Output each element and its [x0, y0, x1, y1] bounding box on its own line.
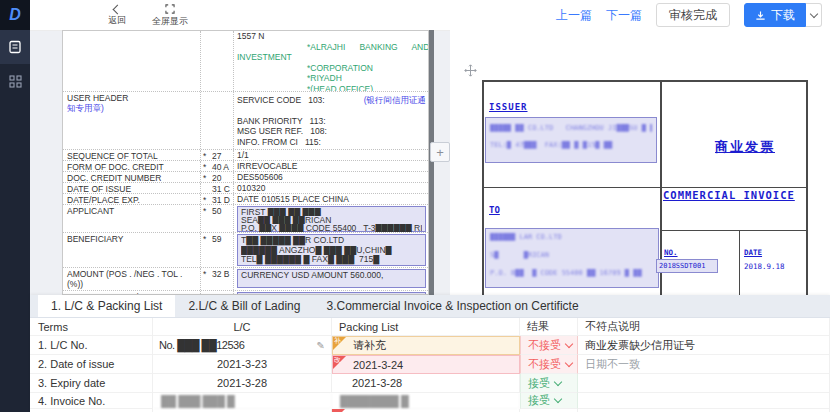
tab-lc-packing-list[interactable]: 1. L/C & Packing List	[38, 295, 175, 317]
invoice-title-en: COMMERCIAL INVOICE	[663, 189, 795, 201]
swift-header-row: 1557 N *ALRAJHI BANKING AND INVESTMENT *…	[63, 31, 428, 91]
tab-commercial-invoice-inspection[interactable]: 3.Commercial Invoice & Inspection on Cer…	[313, 295, 591, 317]
document-icon	[8, 40, 22, 54]
invoice-no-value: 2018SSDT001	[659, 262, 705, 270]
discrepancy-note[interactable]: 商业发票缺少信用证号	[578, 336, 830, 355]
applicant-row: APPLICANT *50 FIRST ███ ██ ███ SEA██ ███…	[63, 204, 428, 232]
packing-value-cell[interactable]: 补 请补充	[332, 336, 520, 355]
grid-icon	[9, 75, 22, 88]
invoice-page: ISSUER █████ ██ CO.LTD CHANGZHOU JI███SU…	[482, 80, 808, 295]
discrepancy-note[interactable]: 日期不一致	[578, 355, 830, 374]
sidebar-item-documents[interactable]	[0, 30, 30, 64]
fullscreen-button[interactable]: 全屏显示	[152, 4, 188, 26]
swift-field-row: DATE OF ISSUE 31 C 010320	[63, 182, 428, 193]
msg-user-ref: MSG USER REF. 108:	[237, 126, 426, 137]
field-code: 32 B	[212, 269, 233, 290]
issuing-bank-line: *(HEAD OFFICE)	[237, 84, 426, 92]
packing-value-cell[interactable]: 2021-3-28	[332, 374, 520, 393]
field-label: SEQUENCE OF TOTAL	[63, 150, 201, 160]
service-code: SERVICE CODE 103:	[237, 95, 325, 106]
lc-value-cell[interactable]: No. ███ ██12536 ✎	[153, 336, 332, 355]
field-label: DATE OF ISSUE	[63, 183, 201, 193]
bank-priority: BANK PRIORITY 113:	[237, 116, 426, 127]
consignee-highlight[interactable]: ██████ LAR CO.LTD S█ █RICAN P.O. B██ █ C…	[485, 228, 659, 288]
field-code: 59	[212, 234, 233, 267]
result-select[interactable]: 不接受	[520, 355, 578, 374]
download-icon	[755, 10, 766, 21]
invoice-no-label: NO.	[664, 248, 678, 257]
term-label: 2. Date of issue	[30, 355, 153, 374]
invoice-title-cn: 商业发票	[715, 138, 775, 156]
field-value: DES505606	[234, 172, 428, 182]
chevron-down-icon	[809, 10, 817, 18]
amount-highlight[interactable]: CURRENCY USD AMOUNT 560.000,	[237, 269, 426, 288]
issuing-bank-line: *ALRAJHI BANKING AND	[237, 42, 426, 53]
result-select[interactable]: 不接受	[520, 336, 578, 355]
compare-tabs: 1. L/C & Packing List 2.L/C & Bill of La…	[30, 295, 830, 318]
download-dropdown-button[interactable]	[806, 3, 822, 27]
issuer-label: ISSUER	[489, 102, 528, 112]
packing-value-cell[interactable]: ████████ █	[332, 393, 520, 409]
prev-article-link[interactable]: 上一篇	[556, 7, 592, 24]
sidebar-item-apps[interactable]	[0, 64, 30, 98]
download-split-button: 下载	[744, 3, 822, 27]
result-select[interactable]: 接受	[520, 393, 578, 409]
panel-expand-button[interactable]: +	[430, 142, 450, 162]
field-code: 50	[212, 206, 233, 232]
swift-field-row: DATE/PLACE EXP. *31 D DATE 010515 PLACE …	[63, 193, 428, 204]
swift-label: USER HEADER 知专用章)	[63, 92, 201, 149]
seal-annotation: (银行间信用证通	[364, 95, 426, 106]
field-code: 20	[212, 173, 233, 182]
edit-pencil-icon[interactable]: ✎	[317, 340, 325, 351]
download-label: 下载	[771, 7, 795, 24]
field-star: *	[201, 269, 212, 290]
beneficiary-row: BENEFICIARY *59 T██ █████ ██R CO.LTD ███…	[63, 232, 428, 267]
lc-value-cell[interactable]: 2021-3-28	[153, 374, 332, 393]
move-handle-icon[interactable]	[464, 64, 477, 77]
swift-value: SERVICE CODE 103: (银行间信用证通 BANK PRIORITY…	[234, 92, 428, 149]
packing-value-cell[interactable]: 改 2021-3-24	[332, 355, 520, 374]
info-from-ci: INFO. FROM CI 115:	[237, 137, 426, 148]
term-label: 4. Invoice No.	[30, 393, 153, 409]
beneficiary-highlight[interactable]: T██ █████ ██R CO.LTD ██████ ANGZHO█ ███ …	[237, 234, 426, 266]
field-label: AMOUNT (POS . /NEG . TOL . (%))	[63, 268, 201, 290]
app-logo[interactable]: D	[0, 0, 30, 30]
field-value: DATE 010515 PLACE CHINA	[234, 194, 428, 204]
swift-tag	[201, 92, 234, 149]
chevron-down-icon	[554, 395, 562, 403]
field-star: *	[201, 162, 212, 171]
invoice-no-highlight[interactable]: 2018SSDT001	[656, 259, 718, 273]
msg-type: 1557 N	[237, 31, 426, 42]
issuer-highlight[interactable]: █████ ██ CO.LTD CHANGZHOU JI███SU █ ██ T…	[485, 117, 657, 163]
result-select[interactable]: 接受	[520, 374, 578, 393]
lc-document-panel: 1557 N *ALRAJHI BANKING AND INVESTMENT *…	[62, 30, 434, 295]
field-star: *	[201, 206, 212, 232]
field-value: T██ █████ ██R CO.LTD ██████ ANGZHO█ ███ …	[234, 233, 428, 267]
field-star: *	[201, 173, 212, 182]
download-button[interactable]: 下载	[744, 3, 806, 27]
lc-value-cell[interactable]: 2021-3-23	[153, 355, 332, 374]
amount-row: AMOUNT (POS . /NEG . TOL . (%)) *32 B CU…	[63, 267, 428, 290]
swift-label	[63, 31, 201, 91]
field-value: CURRENCY USD AMOUNT 560.000,	[234, 268, 428, 290]
table-row: 2. Date of issue 2021-3-23 改 2021-3-24 不…	[30, 355, 830, 374]
field-label: DATE/PLACE EXP.	[63, 194, 201, 204]
back-button[interactable]: 返回	[108, 6, 126, 25]
swift-scrollbar[interactable]	[429, 30, 434, 295]
review-complete-button[interactable]: 审核完成	[656, 3, 730, 27]
invoice-date-label: DATE	[744, 248, 762, 257]
next-article-link[interactable]: 下一篇	[606, 7, 642, 24]
discrepancy-note[interactable]	[578, 374, 830, 393]
field-star: *	[201, 195, 212, 204]
field-label: DOC. CREDIT NUMBER	[63, 172, 201, 182]
table-header-row: Terms L/C Packing List 结果 不符点说明	[30, 318, 830, 336]
discrepancy-note[interactable]	[578, 393, 830, 409]
issuing-bank-line: *CORPORATION	[237, 63, 426, 74]
invoice-divider	[660, 230, 806, 231]
lc-value-cell[interactable]: ██ ███ ███ █	[153, 393, 332, 409]
field-label: FORM OF DOC. CREDIT	[63, 161, 201, 171]
table-row: 1. L/C No. No. ███ ██12536 ✎ 补 请补充 不接受 商…	[30, 336, 830, 355]
invoice-divider	[739, 230, 740, 295]
tab-lc-bill-of-lading[interactable]: 2.L/C & Bill of Lading	[175, 295, 313, 317]
applicant-highlight[interactable]: FIRST ███ ██ ███ SEA██ ███ ██RICAN P.O. …	[237, 206, 426, 232]
